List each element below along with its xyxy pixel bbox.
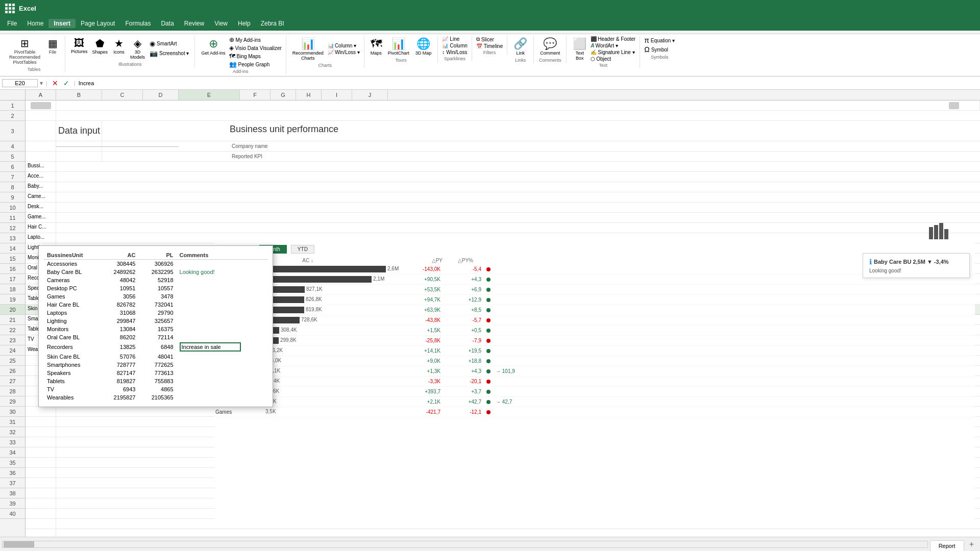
ribbon-btn-winloss-sparkline[interactable]: ↕ Win/Loss (442, 49, 467, 55)
row-header-19[interactable]: 19 (0, 294, 25, 305)
ribbon-btn-comment[interactable]: 💬 Comment (538, 36, 562, 57)
ribbon-btn-column-chart[interactable]: 📊 Column ▾ (328, 43, 360, 48)
row-header-36[interactable]: 36 (0, 468, 25, 478)
row-header-3[interactable]: 3 (0, 121, 25, 141)
row-header-11[interactable]: 11 (0, 213, 25, 223)
formula-cancel-btn[interactable]: ✕ (51, 79, 60, 87)
col-header-f[interactable]: F (240, 90, 271, 100)
row-header-30[interactable]: 30 (0, 407, 25, 417)
row-header-18[interactable]: 18 (0, 284, 25, 294)
menu-view[interactable]: View (209, 19, 233, 28)
row-header-16[interactable]: 16 (0, 264, 25, 274)
menu-insert[interactable]: Insert (48, 19, 76, 28)
row-header-27[interactable]: 27 (0, 376, 25, 386)
ribbon-btn-wordart[interactable]: A WordArt ▾ (591, 43, 635, 48)
row-header-32[interactable]: 32 (0, 427, 25, 437)
row-header-31[interactable]: 31 (0, 417, 25, 427)
row-header-29[interactable]: 29 (0, 396, 25, 407)
col-header-e[interactable]: E (179, 90, 240, 100)
ribbon-btn-column-sparkline[interactable]: 📊 Column (442, 43, 467, 48)
popup-table-row[interactable]: Games 3056 3478 (44, 292, 267, 300)
cell-a13[interactable]: Lapto... (26, 233, 56, 243)
ribbon-btn-pivotchart[interactable]: 📊 PivotChart (386, 36, 411, 57)
row-header-34[interactable]: 34 (0, 447, 25, 458)
row-header-15[interactable]: 15 (0, 254, 25, 264)
col-header-d[interactable]: D (143, 90, 179, 100)
popup-table-row[interactable]: Skin Care BL 57076 48041 (44, 353, 267, 361)
cell-a32[interactable] (26, 427, 56, 437)
popup-table-row[interactable]: TV 6943 4865 (44, 385, 267, 393)
ribbon-btn-textbox[interactable]: ⬜ TextBox (571, 36, 589, 62)
row-header-17[interactable]: 17 (0, 274, 25, 284)
menu-data[interactable]: Data (156, 19, 179, 28)
ribbon-btn-slicer[interactable]: ⧉ Slicer (476, 36, 503, 42)
row-header-12[interactable]: 12 (0, 223, 25, 233)
cell-a37[interactable] (26, 478, 56, 488)
ribbon-btn-icons[interactable]: ★ Icons (111, 36, 127, 61)
cell-a36[interactable] (26, 468, 56, 478)
popup-table-row[interactable]: Tablets 819827 755883 (44, 377, 267, 385)
row-header-22[interactable]: 22 (0, 325, 25, 335)
ribbon-btn-pivottable[interactable]: ⊞ PivotTable Recommended PivotTables (7, 36, 42, 66)
ribbon-btn-table[interactable]: ▦ File (44, 36, 61, 66)
ribbon-btn-pictures[interactable]: 🖼 Pictures (69, 36, 89, 61)
popup-table-row[interactable]: Hair Care BL 826782 732041 (44, 300, 267, 309)
row-header-38[interactable]: 38 (0, 488, 25, 498)
menu-review[interactable]: Review (179, 19, 209, 28)
popup-table-row[interactable]: Monitors 13084 16375 (44, 325, 267, 333)
col-header-i[interactable]: I (322, 90, 352, 100)
popup-table-row[interactable]: Lighting 299847 325657 (44, 317, 267, 325)
cell-a6[interactable]: Bussi... (26, 162, 56, 171)
popup-table-row[interactable]: Accessories 308445 306926 (44, 260, 267, 268)
col-header-g[interactable]: G (271, 90, 296, 100)
row-header-9[interactable]: 9 (0, 192, 25, 203)
ribbon-btn-3dmodels[interactable]: ◈ 3DModels (129, 36, 146, 61)
cell-a41[interactable] (26, 519, 56, 529)
popup-table-row[interactable]: Laptops 31068 29790 (44, 309, 267, 317)
cell-a7[interactable]: Acce... (26, 172, 56, 182)
popup-table-row[interactable]: Baby Care BL 2489262 2632295 Looking goo… (44, 268, 267, 276)
ribbon-btn-timeline[interactable]: 📅 Timeline (476, 43, 503, 49)
row-header-20[interactable]: 20 (0, 305, 25, 315)
cell-a35[interactable] (26, 458, 56, 467)
row-header-6[interactable]: 6 (0, 162, 25, 172)
popup-table-row[interactable]: Cameras 48042 52918 (44, 276, 267, 284)
row-header-8[interactable]: 8 (0, 182, 25, 192)
popup-table-row[interactable]: Smartphones 728777 772625 (44, 361, 267, 369)
ribbon-btn-equation[interactable]: π Equation ▾ (644, 36, 675, 44)
cell-a4[interactable] (26, 141, 56, 151)
menu-help[interactable]: Help (233, 19, 256, 28)
formula-input[interactable]: Increa (79, 80, 978, 86)
ribbon-btn-shapes[interactable]: ⬟ Shapes (91, 36, 110, 61)
col-header-h[interactable]: H (296, 90, 322, 100)
ribbon-btn-win-loss[interactable]: 📈 Win/Loss ▾ (328, 49, 360, 55)
app-grid-icon[interactable] (5, 4, 15, 13)
row-header-10[interactable]: 10 (0, 203, 25, 213)
bottom-scrollbar[interactable] (2, 541, 928, 548)
cell-a2[interactable] (26, 111, 56, 120)
cell-a8[interactable]: Baby... (26, 182, 56, 192)
row-header-37[interactable]: 37 (0, 478, 25, 488)
row-header-2[interactable]: 2 (0, 111, 25, 121)
row-header-1[interactable]: 1 (0, 101, 25, 111)
cell-a39[interactable] (26, 498, 56, 508)
menu-home[interactable]: Home (22, 19, 48, 28)
ribbon-btn-object[interactable]: ⬡ Object (591, 56, 635, 62)
row-header-40[interactable]: 40 (0, 509, 25, 519)
sheet-tab-report[interactable]: Report (930, 540, 964, 551)
row-header-39[interactable]: 39 (0, 498, 25, 509)
col-header-j[interactable]: J (352, 90, 388, 100)
cell-a9[interactable]: Came... (26, 192, 56, 202)
row-header-33[interactable]: 33 (0, 437, 25, 447)
row-header-14[interactable]: 14 (0, 243, 25, 254)
ribbon-btn-signature[interactable]: ✍ Signature Line ▾ (591, 49, 635, 55)
ribbon-btn-maps[interactable]: 🗺 Maps (369, 36, 384, 57)
menu-file[interactable]: File (2, 19, 22, 28)
row-header-21[interactable]: 21 (0, 315, 25, 325)
menu-formulas[interactable]: Formulas (120, 19, 156, 28)
ribbon-btn-symbol[interactable]: Ω Symbol (644, 45, 675, 54)
add-sheet-btn[interactable]: + (965, 538, 978, 551)
ribbon-btn-3dmap[interactable]: 🌐 3D Map (413, 36, 434, 57)
popup-table-row[interactable]: Wearables 2195827 2105365 (44, 393, 267, 402)
ribbon-btn-visio[interactable]: ◈ Visio Data Visualizer (229, 44, 282, 52)
